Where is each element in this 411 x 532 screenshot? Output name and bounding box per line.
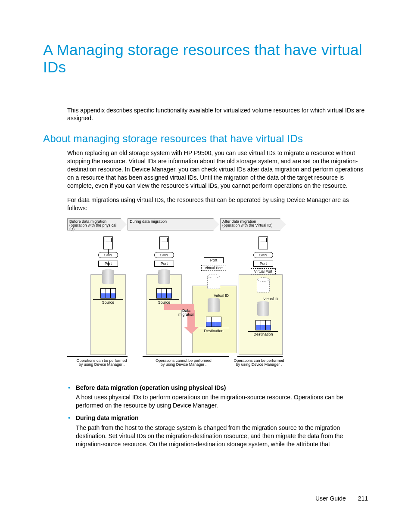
caption-rule	[67, 356, 128, 357]
host-icon	[159, 236, 169, 249]
source-label: Source	[149, 299, 179, 305]
source-label: Source	[93, 299, 123, 305]
page-title: A Managing storage resources that have v…	[43, 41, 368, 76]
data-migration-label: Datamigration	[178, 309, 194, 317]
port-label: Port	[154, 261, 174, 267]
page-footer: User Guide 211	[315, 495, 368, 502]
virtual-id-label: Virtual ID	[199, 293, 229, 298]
cylinder-dashed-icon	[207, 275, 220, 289]
section-heading: About managing storage resources that ha…	[43, 133, 368, 145]
caption-can-after: Operations can be performedby using Devi…	[231, 359, 287, 367]
drive-grid-icon	[100, 288, 116, 299]
cylinder-icon	[208, 299, 220, 312]
phase-label-after: After data migration(operation with the …	[220, 218, 280, 230]
bullet-head: During data migration	[76, 414, 368, 422]
virtual-id-label: Virtual ID	[248, 297, 278, 301]
phase-label-before: Before data migration(operation with the…	[67, 218, 121, 230]
port-label: Port	[204, 257, 224, 263]
intro-paragraph: This appendix describes specific functio…	[43, 106, 368, 123]
virtual-port-label: Virtual Port	[201, 265, 226, 271]
body-paragraph-1: When replacing an old storage system wit…	[43, 149, 368, 190]
drive-grid-icon	[255, 320, 271, 330]
bullet-list: Before data migration (operation using p…	[43, 384, 368, 448]
col-during-dest: Port Virtual Port Virtual ID Destination	[199, 236, 229, 333]
caption-rule	[143, 356, 229, 357]
destination-label: Destination	[248, 331, 278, 336]
col-during-source: SAN Port Source	[149, 236, 179, 305]
port-label: Port	[253, 261, 273, 267]
bullet-body: A host uses physical IDs to perform oper…	[76, 394, 343, 409]
virtual-port-label: Virtual Port	[251, 268, 276, 274]
page-number: 211	[358, 495, 368, 502]
bullet-item-before: Before data migration (operation using p…	[67, 384, 368, 410]
bullet-item-during: During data migration The path from the …	[67, 414, 368, 448]
col-after: SAN Port Virtual Port Virtual ID Destina…	[248, 236, 278, 336]
caption-can-before: Operations can be performedby using Devi…	[67, 359, 136, 367]
bullet-head: Before data migration (operation using p…	[76, 384, 368, 392]
caption-rule	[237, 356, 283, 357]
cylinder-dashed-icon	[257, 279, 270, 292]
footer-label: User Guide	[315, 495, 346, 502]
cylinder-icon	[158, 271, 170, 284]
body-paragraph-2: For data migrations using virtual IDs, t…	[43, 196, 368, 212]
col-before: SAN Port Source	[93, 236, 123, 305]
phase-label-during: During data migration	[128, 218, 214, 230]
caption-cannot-during: Operations cannot be performedby using D…	[149, 359, 218, 367]
san-label: SAN	[154, 252, 174, 258]
san-label: SAN	[253, 252, 273, 258]
destination-label: Destination	[199, 328, 229, 333]
bullet-body: The path from the host to the storage sy…	[76, 424, 343, 448]
host-icon	[258, 236, 268, 249]
cylinder-icon	[257, 303, 269, 316]
drive-grid-icon	[156, 288, 172, 299]
migration-diagram: Before data migration(operation with the…	[67, 218, 283, 378]
cylinder-icon	[102, 271, 114, 284]
drive-grid-icon	[206, 317, 221, 327]
host-icon	[103, 236, 113, 249]
